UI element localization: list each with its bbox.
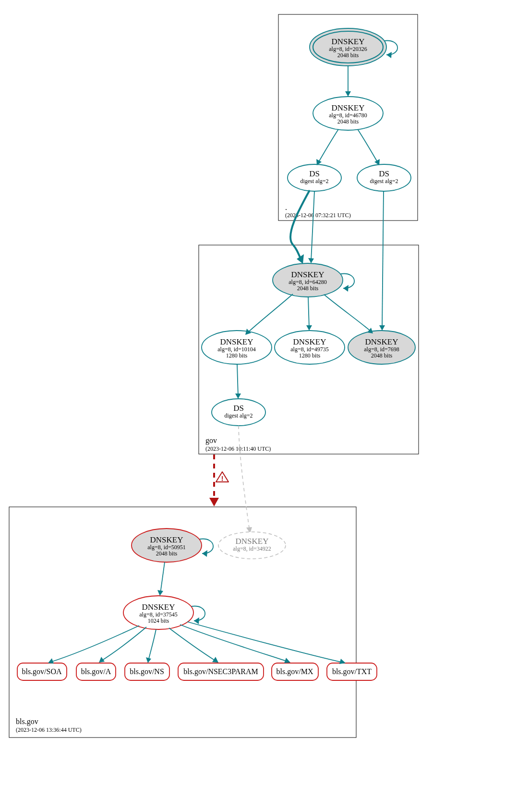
node-root-zsk[interactable]: DNSKEY alg=8, id=46780 2048 bits [313, 97, 383, 130]
svg-text:bls.gov/NSEC3PARAM: bls.gov/NSEC3PARAM [183, 667, 258, 676]
svg-text:DNSKEY: DNSKEY [291, 270, 325, 279]
svg-marker-5 [386, 52, 392, 58]
svg-text:DS: DS [309, 169, 320, 178]
svg-text:DNSKEY: DNSKEY [220, 337, 253, 346]
svg-text:!: ! [221, 475, 224, 482]
zone-label-blsgov: bls.gov [16, 717, 38, 726]
node-bls-zsk[interactable]: DNSKEY alg=8, id=37545 1024 bits [123, 596, 193, 629]
zone-timestamp-gov: (2023-12-06 10:11:40 UTC) [205, 445, 271, 452]
svg-text:DNSKEY: DNSKEY [365, 337, 398, 346]
svg-text:bls.gov/A: bls.gov/A [81, 667, 111, 676]
node-gov-key7698[interactable]: DNSKEY alg=8, id=7698 2048 bits [348, 331, 415, 364]
svg-text:alg=8, id=50951: alg=8, id=50951 [147, 544, 186, 551]
svg-text:2048 bits: 2048 bits [337, 52, 359, 59]
svg-marker-25 [308, 258, 314, 263]
svg-text:1024 bits: 1024 bits [148, 617, 169, 624]
rrset-soa[interactable]: bls.gov/SOA [17, 663, 67, 680]
svg-text:bls.gov/TXT: bls.gov/TXT [332, 667, 372, 676]
rrset-txt[interactable]: bls.gov/TXT [327, 663, 377, 680]
edge-zsk-to-txt [187, 622, 343, 663]
rrset-nsec3param[interactable]: bls.gov/NSEC3PARAM [178, 663, 264, 680]
svg-text:digest alg=2: digest alg=2 [224, 412, 252, 419]
zone-label-gov: gov [205, 436, 217, 445]
svg-marker-39 [306, 325, 312, 331]
svg-marker-62 [157, 590, 163, 596]
svg-text:DS: DS [233, 404, 244, 413]
svg-text:alg=8, id=34922: alg=8, id=34922 [233, 545, 271, 552]
svg-text:alg=8, id=10104: alg=8, id=10104 [217, 346, 256, 353]
edge-gov-ksk-to-zsk2 [308, 297, 309, 328]
svg-marker-46 [209, 498, 219, 506]
svg-text:bls.gov/MX: bls.gov/MX [277, 667, 313, 676]
rrset-mx[interactable]: bls.gov/MX [272, 663, 318, 680]
edge-gov-ksk-to-zsk1 [247, 294, 293, 333]
edge-root-zsk-to-ds2 [358, 129, 378, 163]
edge-ds2-to-7698 [382, 191, 384, 328]
edge-zsk-to-mx [180, 625, 288, 662]
svg-text:2048 bits: 2048 bits [371, 352, 393, 359]
edge-zsk-to-ns [148, 629, 156, 661]
svg-text:DNSKEY: DNSKEY [150, 535, 183, 544]
svg-marker-54 [202, 550, 207, 557]
edge-ds1-to-gov-ksk [290, 190, 310, 259]
svg-text:1280 bits: 1280 bits [226, 352, 248, 359]
svg-marker-41 [379, 325, 385, 331]
svg-text:alg=8, id=7698: alg=8, id=7698 [364, 346, 399, 353]
zone-timestamp-blsgov: (2023-12-06 13:36:44 UTC) [16, 726, 82, 733]
edge-root-zsk-to-ds1 [318, 129, 338, 163]
svg-text:2048 bits: 2048 bits [297, 285, 319, 292]
node-gov-ds[interactable]: DS digest alg=2 [212, 399, 265, 426]
node-bls-ksk[interactable]: DNSKEY alg=8, id=50951 2048 bits [132, 529, 202, 562]
edge-bls-ksk-to-zsk [160, 562, 165, 593]
node-root-ds1[interactable]: DS digest alg=2 [288, 164, 341, 191]
edge-zsk-to-a [101, 627, 146, 661]
edge-zsk-to-nsec3 [169, 628, 216, 661]
svg-text:bls.gov/SOA: bls.gov/SOA [22, 667, 62, 676]
svg-text:alg=8, id=64280: alg=8, id=64280 [289, 279, 327, 285]
svg-text:DNSKEY: DNSKEY [332, 37, 365, 46]
svg-text:DNSKEY: DNSKEY [293, 337, 326, 346]
svg-text:alg=8, id=46780: alg=8, id=46780 [329, 112, 367, 119]
node-gov-zsk2[interactable]: DNSKEY alg=8, id=49735 1280 bits [275, 331, 345, 364]
svg-text:1280 bits: 1280 bits [299, 352, 321, 359]
node-root-ds2[interactable]: DS digest alg=2 [357, 164, 411, 191]
zone-label-root: . [285, 203, 287, 211]
svg-marker-63 [194, 617, 199, 624]
svg-text:DS: DS [379, 169, 389, 178]
edge-gov-zsk1-to-ds [237, 364, 238, 396]
svg-text:digest alg=2: digest alg=2 [370, 178, 398, 185]
dnssec-graph: . (2023-12-06 07:32:21 UTC) DNSKEY alg=8… [0, 0, 517, 812]
svg-text:DNSKEY: DNSKEY [142, 603, 175, 612]
edge-gov-ds-to-bls-missing [239, 426, 250, 531]
node-bls-missing-key[interactable]: DNSKEY alg=8, id=34922 [218, 532, 286, 559]
svg-text:digest alg=2: digest alg=2 [300, 178, 328, 185]
edge-ds1-to-gov-ksk-line [311, 191, 314, 261]
svg-text:bls.gov/NS: bls.gov/NS [130, 667, 164, 676]
svg-marker-10 [345, 91, 351, 97]
node-gov-ksk[interactable]: DNSKEY alg=8, id=64280 2048 bits [273, 263, 343, 297]
node-root-ksk[interactable]: DNSKEY alg=8, id=20326 2048 bits [310, 28, 386, 66]
rrset-a[interactable]: bls.gov/A [76, 663, 116, 680]
svg-text:alg=8, id=49735: alg=8, id=49735 [290, 346, 329, 353]
svg-marker-78 [146, 657, 151, 663]
svg-text:DNSKEY: DNSKEY [332, 103, 365, 112]
svg-marker-45 [235, 394, 241, 399]
rrset-ns[interactable]: bls.gov/NS [125, 663, 169, 680]
warning-icon[interactable]: ! [216, 472, 228, 482]
svg-text:2048 bits: 2048 bits [156, 550, 178, 557]
svg-text:alg=8, id=37545: alg=8, id=37545 [139, 611, 178, 618]
svg-marker-23 [343, 285, 349, 292]
svg-text:alg=8, id=20326: alg=8, id=20326 [329, 46, 367, 52]
edge-gov-ksk-to-7698 [324, 295, 371, 332]
svg-text:2048 bits: 2048 bits [337, 118, 359, 125]
svg-text:DNSKEY: DNSKEY [236, 537, 269, 546]
node-gov-zsk1[interactable]: DNSKEY alg=8, id=10104 1280 bits [202, 331, 272, 364]
